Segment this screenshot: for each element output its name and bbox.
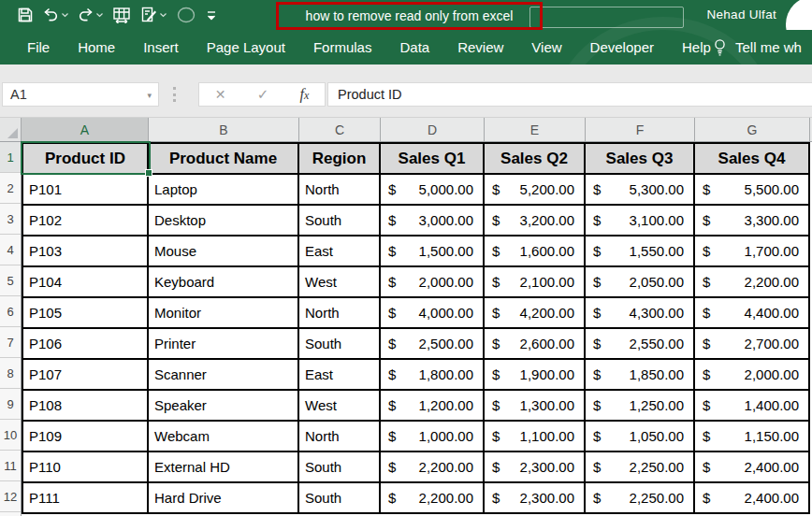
column-header-D[interactable]: D bbox=[381, 118, 485, 141]
redo-icon[interactable] bbox=[78, 7, 103, 22]
row-header-1[interactable]: 1 bbox=[0, 142, 21, 173]
cell-F5[interactable]: $2,050.00 bbox=[586, 267, 695, 298]
cell-F3[interactable]: $3,100.00 bbox=[586, 206, 695, 236]
cell-D8[interactable]: $1,800.00 bbox=[381, 360, 485, 391]
cell-D9[interactable]: $1,200.00 bbox=[381, 391, 485, 422]
cell-E9[interactable]: $1,300.00 bbox=[485, 391, 586, 422]
account-name[interactable]: Nehad Ulfat bbox=[706, 7, 776, 22]
cell-G12[interactable]: $2,400.00 bbox=[695, 483, 810, 514]
row-header-10[interactable]: 10 bbox=[0, 420, 21, 451]
cell-C4[interactable]: East bbox=[299, 236, 381, 267]
column-header-C[interactable]: C bbox=[299, 118, 381, 141]
cell-F9[interactable]: $1,250.00 bbox=[586, 391, 695, 422]
cell-C1[interactable]: Region bbox=[299, 144, 381, 175]
cell-E12[interactable]: $2,300.00 bbox=[485, 483, 586, 514]
tab-home[interactable]: Home bbox=[64, 30, 129, 64]
cell-G2[interactable]: $5,500.00 bbox=[695, 175, 810, 206]
confirm-entry-icon[interactable]: ✓ bbox=[257, 86, 269, 103]
column-header-B[interactable]: B bbox=[149, 118, 299, 141]
cell-A12[interactable]: P111 bbox=[23, 483, 149, 514]
cell-B8[interactable]: Scanner bbox=[149, 360, 299, 391]
cell-G5[interactable]: $2,200.00 bbox=[695, 267, 810, 298]
cell-A7[interactable]: P106 bbox=[23, 329, 149, 360]
cell-B3[interactable]: Desktop bbox=[149, 206, 299, 236]
tab-insert[interactable]: Insert bbox=[129, 30, 193, 64]
oval-shape-icon[interactable] bbox=[176, 7, 196, 23]
cell-C8[interactable]: East bbox=[299, 360, 381, 391]
cell-B2[interactable]: Laptop bbox=[149, 175, 299, 206]
row-header-12[interactable]: 12 bbox=[0, 481, 21, 512]
cell-E6[interactable]: $4,200.00 bbox=[485, 298, 586, 329]
cell-F6[interactable]: $4,300.00 bbox=[586, 298, 695, 329]
cell-D4[interactable]: $1,500.00 bbox=[381, 236, 485, 267]
cell-G3[interactable]: $3,300.00 bbox=[695, 206, 810, 236]
cell-D2[interactable]: $5,000.00 bbox=[381, 175, 485, 206]
cell-F2[interactable]: $5,300.00 bbox=[586, 175, 695, 206]
column-header-G[interactable]: G bbox=[695, 118, 810, 141]
cancel-entry-icon[interactable]: ✕ bbox=[215, 87, 226, 102]
row-header-5[interactable]: 5 bbox=[0, 265, 21, 296]
cell-D11[interactable]: $2,200.00 bbox=[381, 452, 485, 483]
cell-G7[interactable]: $2,700.00 bbox=[695, 329, 810, 360]
cell-G4[interactable]: $1,700.00 bbox=[695, 236, 810, 267]
cell-G10[interactable]: $1,150.00 bbox=[695, 422, 810, 452]
cell-C10[interactable]: North bbox=[299, 422, 381, 452]
cell-A4[interactable]: P103 bbox=[23, 236, 149, 267]
row-header-3[interactable]: 3 bbox=[0, 204, 21, 235]
row-header-11[interactable]: 11 bbox=[0, 451, 21, 481]
cell-D3[interactable]: $3,000.00 bbox=[381, 206, 485, 236]
cell-E10[interactable]: $1,100.00 bbox=[485, 422, 586, 452]
cell-E7[interactable]: $2,600.00 bbox=[485, 329, 586, 360]
search-input[interactable] bbox=[529, 7, 684, 28]
customize-toolbar-icon[interactable] bbox=[206, 10, 217, 21]
cell-A10[interactable]: P109 bbox=[23, 422, 149, 452]
row-header-7[interactable]: 7 bbox=[0, 327, 21, 358]
cell-F10[interactable]: $1,050.00 bbox=[586, 422, 695, 452]
save-icon[interactable] bbox=[17, 7, 34, 23]
cell-A6[interactable]: P105 bbox=[23, 298, 149, 329]
cell-A5[interactable]: P104 bbox=[23, 267, 149, 298]
cell-C7[interactable]: South bbox=[299, 329, 381, 360]
cell-B4[interactable]: Mouse bbox=[149, 236, 299, 267]
cell-F12[interactable]: $2,250.00 bbox=[586, 483, 695, 514]
cell-A1[interactable]: Product ID bbox=[23, 144, 149, 175]
tab-file[interactable]: File bbox=[13, 30, 64, 64]
select-all-corner[interactable] bbox=[0, 118, 22, 141]
row-header-8[interactable]: 8 bbox=[0, 358, 21, 389]
insert-function-icon[interactable]: fx bbox=[300, 86, 310, 103]
cell-A9[interactable]: P108 bbox=[23, 391, 149, 422]
cell-C12[interactable]: South bbox=[299, 483, 381, 514]
cell-C9[interactable]: West bbox=[299, 391, 381, 422]
cell-C11[interactable]: South bbox=[299, 452, 381, 483]
autofit-table-icon[interactable] bbox=[112, 7, 131, 23]
cell-D12[interactable]: $2,200.00 bbox=[381, 483, 485, 514]
cell-D6[interactable]: $4,000.00 bbox=[381, 298, 485, 329]
cell-C6[interactable]: North bbox=[299, 298, 381, 329]
cell-C5[interactable]: West bbox=[299, 267, 381, 298]
formula-bar[interactable]: Product ID bbox=[327, 82, 812, 107]
cell-F8[interactable]: $1,850.00 bbox=[586, 360, 695, 391]
tab-data[interactable]: Data bbox=[385, 30, 443, 64]
row-header-2[interactable]: 2 bbox=[0, 173, 21, 204]
cell-A8[interactable]: P107 bbox=[23, 360, 149, 391]
cell-D5[interactable]: $2,000.00 bbox=[381, 267, 485, 298]
cell-G1[interactable]: Sales Q4 bbox=[695, 144, 810, 175]
row-header-4[interactable]: 4 bbox=[0, 235, 21, 265]
cell-B1[interactable]: Product Name bbox=[149, 144, 299, 175]
cell-G6[interactable]: $4,400.00 bbox=[695, 298, 810, 329]
cell-B7[interactable]: Printer bbox=[149, 329, 299, 360]
undo-icon[interactable] bbox=[43, 7, 68, 22]
tell-me-box[interactable]: Tell me wh bbox=[712, 30, 812, 64]
cell-C2[interactable]: North bbox=[299, 175, 381, 206]
cell-G9[interactable]: $1,400.00 bbox=[695, 391, 810, 422]
tab-formulas[interactable]: Formulas bbox=[299, 30, 386, 64]
tab-view[interactable]: View bbox=[517, 30, 575, 64]
cell-F7[interactable]: $2,550.00 bbox=[586, 329, 695, 360]
cell-B5[interactable]: Keyboard bbox=[149, 267, 299, 298]
cell-A3[interactable]: P102 bbox=[23, 206, 149, 236]
cell-C3[interactable]: South bbox=[299, 206, 381, 236]
cell-G11[interactable]: $2,400.00 bbox=[695, 452, 810, 483]
tab-review[interactable]: Review bbox=[443, 30, 517, 64]
cell-B12[interactable]: Hard Drive bbox=[149, 483, 299, 514]
cell-F11[interactable]: $2,250.00 bbox=[586, 452, 695, 483]
